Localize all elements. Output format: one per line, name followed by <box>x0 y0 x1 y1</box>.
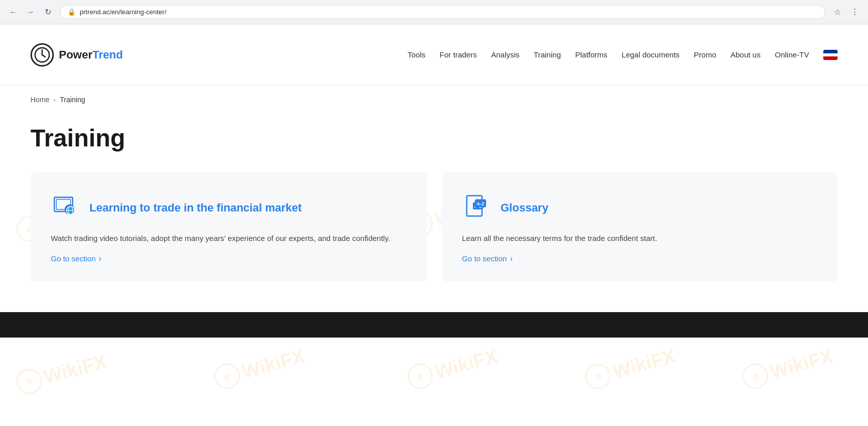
address-bar[interactable]: 🔒 prtrend.ac/en/learning-center/ <box>60 5 825 19</box>
nav-item-analysis[interactable]: Analysis <box>491 50 520 59</box>
watermark-text: WikiFX <box>768 345 835 383</box>
svg-line-2 <box>42 55 45 57</box>
browser-actions: ☆ ⋮ <box>830 5 862 19</box>
nav-item-platforms[interactable]: Platforms <box>575 50 607 59</box>
learning-card-link-label: Go to section <box>51 254 95 263</box>
watermark: e WikiFX <box>405 343 501 391</box>
glossary-card: A-Z A-Z Glossary Learn all the necessary… <box>442 172 838 282</box>
glossary-card-link[interactable]: Go to section › <box>462 254 818 263</box>
glossary-card-link-arrow: › <box>510 254 512 263</box>
watermark-text: WikiFX <box>433 345 500 383</box>
learning-card-link-arrow: › <box>99 254 101 263</box>
breadcrumb: Home › Training <box>0 85 868 114</box>
forward-button[interactable]: → <box>23 5 38 19</box>
url-text: prtrend.ac/en/learning-center/ <box>80 8 167 16</box>
card-header: A-Z A-Z Glossary <box>462 193 818 223</box>
watermark: e WikiFX <box>740 343 836 391</box>
watermark-logo: e <box>212 361 243 392</box>
nav-item-legal-documents[interactable]: Legal documents <box>622 50 680 59</box>
logo-trend: Trend <box>92 48 123 61</box>
nav-item-promo[interactable]: Promo <box>694 50 716 59</box>
back-button[interactable]: ← <box>6 5 20 19</box>
footer-bar <box>0 312 868 338</box>
learning-card-title: Learning to trade in the financial marke… <box>89 201 302 216</box>
logo-area[interactable]: PowerTrend <box>30 43 123 67</box>
nav-menu: Tools For traders Analysis Training Plat… <box>408 50 838 60</box>
page-wrapper: e WikiFX e WikiFX e WikiFX e WikiFX e Wi… <box>0 24 868 426</box>
glossary-card-link-label: Go to section <box>462 254 507 263</box>
watermark: e WikiFX <box>583 343 679 391</box>
cards-section: 🌐 Learning to trade in the financial mar… <box>0 172 868 312</box>
site-header: PowerTrend Tools For traders Analysis Tr… <box>0 24 868 85</box>
nav-item-training[interactable]: Training <box>534 50 561 59</box>
nav-item-tools[interactable]: Tools <box>408 50 426 59</box>
nav-item-for-traders[interactable]: For traders <box>440 50 477 59</box>
lock-icon: 🔒 <box>68 8 76 16</box>
watermark-logo: e <box>740 361 771 392</box>
reload-button[interactable]: ↻ <box>41 5 55 19</box>
logo-text: PowerTrend <box>59 48 123 62</box>
watermark-text: WikiFX <box>42 350 109 388</box>
glossary-card-title: Glossary <box>501 201 549 216</box>
watermark: e WikiFX <box>212 343 308 391</box>
language-flag[interactable] <box>823 50 838 60</box>
breadcrumb-current: Training <box>60 96 85 104</box>
logo-icon <box>30 43 54 67</box>
learning-card-description: Watch trading video tutorials, adopt the… <box>51 232 406 245</box>
logo-power: Power <box>59 48 92 61</box>
breadcrumb-separator: › <box>53 96 55 104</box>
watermark-logo: e <box>14 366 45 397</box>
watermark: e WikiFX <box>14 348 110 397</box>
learning-card: 🌐 Learning to trade in the financial mar… <box>30 172 427 282</box>
browser-nav-buttons: ← → ↻ <box>6 5 55 19</box>
watermark-logo: e <box>583 361 614 392</box>
nav-item-about-us[interactable]: About us <box>730 50 760 59</box>
page-title-section: Training <box>0 114 868 172</box>
more-button[interactable]: ⋮ <box>848 5 862 19</box>
browser-chrome: ← → ↻ 🔒 prtrend.ac/en/learning-center/ ☆… <box>0 0 868 24</box>
glossary-icon: A-Z A-Z <box>462 193 493 223</box>
watermark-text: WikiFX <box>610 345 678 383</box>
bookmark-button[interactable]: ☆ <box>830 5 845 19</box>
learning-card-link[interactable]: Go to section › <box>51 254 406 263</box>
card-header: 🌐 Learning to trade in the financial mar… <box>51 193 406 223</box>
svg-text:A-Z: A-Z <box>476 201 484 206</box>
page-title: Training <box>30 124 838 152</box>
learning-icon: 🌐 <box>51 193 81 223</box>
glossary-card-description: Learn all the necessary terms for the tr… <box>462 232 818 245</box>
nav-item-online-tv[interactable]: Online-TV <box>775 50 809 59</box>
watermark-text: WikiFX <box>240 345 307 383</box>
breadcrumb-home[interactable]: Home <box>30 96 49 104</box>
watermark-logo: e <box>405 361 436 392</box>
